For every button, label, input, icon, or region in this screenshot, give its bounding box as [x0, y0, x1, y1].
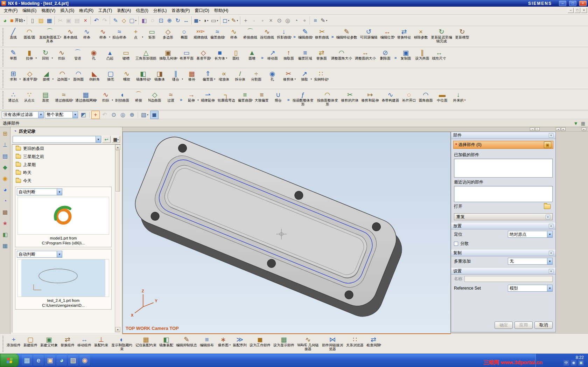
undo-button[interactable]: ↶ — [92, 16, 100, 25]
dropdown-arrow-icon[interactable]: ▾ — [251, 99, 253, 102]
toolbar-button[interactable]: ⇄检查间隙▾ — [365, 334, 382, 353]
paste-button[interactable]: ▤ — [73, 16, 81, 25]
resize-view-icon[interactable]: ↘ — [530, 127, 534, 131]
language-indicator-button[interactable]: 中 — [564, 360, 569, 366]
toolbar-button[interactable]: ∿样条 — [79, 27, 95, 47]
constraint-navigator-button[interactable]: ⊥ — [1, 141, 9, 149]
toolbar-button[interactable]: ○椭圆 — [176, 27, 192, 47]
scroll-up-icon[interactable]: ▲ — [115, 145, 120, 150]
scrollbar-track[interactable] — [115, 192, 120, 327]
toolbar-button[interactable]: ↓外来的▾ — [450, 90, 466, 110]
copy-section-header[interactable]: 复制 ∧ — [451, 250, 555, 256]
outlook-button[interactable]: ▣ — [45, 355, 55, 366]
menu-item[interactable]: 视图(V) — [39, 7, 58, 15]
positioning-dropdown[interactable]: 绝对原点 ▼ — [508, 231, 553, 238]
toolbar-overflow-button[interactable]: » — [393, 55, 398, 60]
toolbar-button[interactable]: ◠面倒圆 — [70, 69, 86, 89]
toolbar-button[interactable]: ◠按曲面整体变形 — [315, 90, 340, 110]
chevron-down-icon[interactable]: ▼ — [547, 258, 552, 264]
toolbar-button[interactable]: ↻回转▾ — [37, 48, 54, 68]
volume-button[interactable]: ◉ — [571, 360, 576, 366]
toolbar-button[interactable]: ✂修剪曲线 — [314, 27, 330, 47]
toolbar-button[interactable]: ▢抽壳 — [103, 69, 119, 89]
toolbar-button[interactable]: ◇多边形 — [160, 27, 176, 47]
toolbar-button[interactable]: ✂修剪的片体 — [340, 90, 360, 110]
chevron-down-icon[interactable]: ▼ — [57, 251, 62, 257]
open-file-button[interactable]: ▨ — [37, 16, 45, 25]
maximize-button[interactable]: □ — [569, 1, 576, 6]
toolbar-button[interactable]: ∥设为共面 — [414, 48, 430, 68]
toolbar-button[interactable]: ↔调整面的大小 — [354, 48, 377, 68]
process-studio-button[interactable]: ★ — [1, 220, 9, 227]
toolbar-button[interactable]: ⇄替换组件 — [59, 334, 76, 353]
toolbar-grip[interactable] — [2, 28, 4, 46]
dropdown-arrow-icon[interactable]: ▾ — [380, 344, 381, 346]
toolbar-button[interactable]: ◣倒斜角 — [86, 69, 103, 89]
dropdown-arrow-icon[interactable]: ▾ — [327, 78, 329, 81]
start-menu-button[interactable]: ■开始▾ — [9, 16, 26, 25]
menu-item[interactable]: 窗口(O) — [192, 7, 211, 15]
scroll-left-icon[interactable]: ◂ — [556, 127, 560, 131]
select-previous-button[interactable]: ⊙ — [110, 111, 118, 119]
history-folder-item[interactable]: 今天 — [12, 177, 114, 185]
dropdown-arrow-icon[interactable]: ▾ — [52, 78, 54, 81]
pan-button[interactable]: ↔ — [182, 16, 190, 25]
toolbar-button[interactable]: ⊘删除面 — [377, 48, 393, 68]
half-shade-button[interactable]: ◑▾ — [202, 16, 210, 25]
toolbar-button[interactable]: ∿扫掠▾ — [98, 90, 114, 110]
toolbar-button[interactable]: ∿连结曲线 — [259, 27, 275, 47]
toolbar-button[interactable]: ∗爆炸图▾ — [215, 334, 231, 353]
toolbar-button[interactable]: ↔编辑位置▾ — [379, 27, 396, 47]
entry-mode-dropdown[interactable]: 自动判断▼ — [17, 251, 62, 258]
preview-options-button[interactable]: ▦▾ — [112, 136, 120, 143]
dropdown-arrow-icon[interactable]: ▾ — [35, 57, 37, 60]
toolbar-button[interactable]: ◇基准平面▾ — [195, 48, 212, 68]
toolbar-button[interactable]: ▭有界平面 — [178, 48, 195, 68]
chevron-down-icon[interactable]: ▼ — [72, 112, 78, 118]
chevron-down-icon[interactable]: ▼ — [57, 189, 62, 195]
collapse-chevron-icon[interactable]: ∧ — [549, 224, 553, 228]
snap-toggle-button[interactable]: ⊕ — [128, 111, 136, 119]
system-materials-button[interactable]: ▩ — [1, 208, 9, 216]
toolbar-button[interactable]: ∴通过点 — [5, 90, 21, 110]
menu-item[interactable]: 分析(L) — [151, 7, 169, 15]
select-part-row[interactable]: * 选择部件 (0) ▣ — [453, 141, 553, 149]
menu-item[interactable]: 装配(A) — [114, 7, 133, 15]
annotation-button[interactable]: ✎▾ — [230, 16, 239, 25]
panel-expand-icon[interactable]: ▸ — [582, 127, 586, 131]
history-entry-card[interactable]: 自动判断▼model1.prt fromC:\Program Files (x8… — [15, 187, 112, 247]
toolbar-button[interactable]: ◠边倒圆▾ — [54, 69, 70, 89]
toolbar-button[interactable]: ◉孔 — [86, 48, 102, 68]
toolbar-button[interactable]: ÷分割面 — [248, 69, 264, 89]
selection-filter-dropdown[interactable]: 没有选择过滤器 ▼ — [2, 111, 44, 118]
minimize-button[interactable]: – — [559, 1, 566, 6]
dropdown-arrow-icon[interactable]: ▾ — [112, 99, 113, 102]
zoom-button[interactable]: ⊕ — [165, 16, 174, 25]
sketch-button[interactable]: ✎ — [111, 16, 120, 25]
toolbar-button[interactable]: ⇄替换面 — [314, 48, 330, 68]
nx-logo-button[interactable]: ◕ — [1, 16, 9, 25]
toolbar-button[interactable]: ↺可回滚编辑 — [358, 27, 379, 47]
menu-item[interactable]: 插入(S) — [58, 7, 77, 15]
menu-item[interactable]: 文件(F) — [1, 7, 20, 15]
dropdown-arrow-icon[interactable]: ▾ — [51, 57, 53, 60]
recent-parts-list[interactable] — [454, 186, 553, 202]
toolbar-button[interactable]: ∪熔合 — [270, 90, 286, 110]
scatter-checkbox[interactable] — [454, 242, 458, 246]
toolbar-button[interactable]: ▲圆锥 — [244, 48, 260, 68]
toolbar-button[interactable]: ∷实例特征▾ — [313, 69, 329, 89]
toolbar-button[interactable]: ∷关系浏览器 — [345, 334, 365, 353]
restore-view-icon[interactable]: ↖ — [535, 127, 540, 131]
render-style-button[interactable]: ▭▾ — [210, 16, 219, 25]
toolbar-button[interactable]: ⇑偏置面▾ — [200, 69, 216, 89]
nx-shortcut-button[interactable]: ◕ — [56, 355, 67, 366]
dropdown-arrow-icon[interactable]: ▾ — [109, 36, 110, 39]
chevron-down-icon[interactable]: ▼ — [547, 285, 552, 291]
hd3d-tools-button[interactable]: ◉ — [1, 175, 9, 182]
show-hide-button[interactable]: ◌ — [148, 16, 157, 25]
toolbar-button[interactable]: ⇄替换特征 — [396, 27, 412, 47]
media-player-button[interactable]: ◉ — [79, 355, 90, 366]
select-part-icon[interactable]: ▣ — [544, 141, 551, 148]
toolbar-button[interactable]: ◠圆角曲面 — [417, 90, 434, 110]
toolbar-button[interactable]: ↻更新模型 — [454, 27, 470, 47]
